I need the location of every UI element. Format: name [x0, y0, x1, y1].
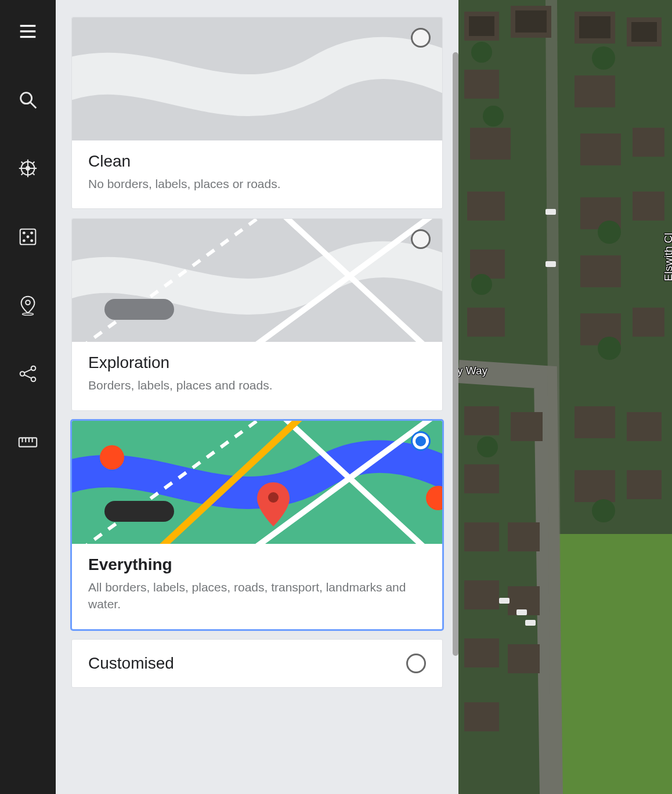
svg-rect-64: [464, 406, 499, 435]
svg-rect-63: [633, 308, 664, 337]
svg-line-4: [31, 103, 37, 109]
svg-rect-55: [633, 128, 664, 157]
style-card-exploration[interactable]: Exploration Borders, labels, places and …: [72, 219, 442, 410]
svg-point-92: [598, 337, 621, 360]
preview-label-pill: [104, 299, 174, 320]
style-card-body: Exploration Borders, labels, places and …: [72, 342, 442, 410]
svg-rect-81: [631, 22, 657, 42]
satellite-map[interactable]: Elswith Cl y Way: [458, 0, 672, 794]
preview-label-pill: [104, 501, 174, 522]
svg-rect-76: [508, 644, 540, 673]
style-card-clean[interactable]: Clean No borders, labels, places or road…: [72, 17, 442, 208]
svg-rect-85: [516, 609, 527, 615]
style-card-body: Clean No borders, labels, places or road…: [72, 140, 442, 208]
svg-point-22: [27, 236, 30, 239]
style-radio-customised[interactable]: [406, 654, 426, 673]
svg-line-13: [21, 174, 23, 175]
svg-rect-80: [579, 16, 610, 38]
style-card-everything[interactable]: Everything All borders, labels, places, …: [72, 421, 442, 629]
side-nav: [0, 0, 56, 794]
svg-line-30: [24, 369, 31, 373]
svg-point-23: [23, 239, 26, 242]
share-icon[interactable]: [16, 362, 39, 385]
svg-point-44: [268, 492, 279, 503]
svg-rect-78: [469, 16, 494, 36]
style-description: All borders, labels, places, roads, tran…: [88, 579, 426, 613]
svg-rect-83: [545, 261, 556, 267]
scrollbar-thumb[interactable]: [453, 52, 458, 656]
svg-rect-84: [499, 598, 510, 604]
wheel-icon[interactable]: [16, 157, 39, 180]
svg-point-3: [21, 93, 32, 104]
svg-point-6: [26, 167, 30, 170]
style-description: No borders, labels, places or roads.: [88, 175, 426, 192]
style-title: Clean: [88, 152, 426, 171]
svg-rect-70: [627, 470, 662, 499]
svg-rect-60: [580, 255, 621, 287]
street-label-way: y Way: [458, 364, 487, 377]
svg-rect-67: [627, 412, 662, 441]
dice-icon[interactable]: [16, 225, 39, 248]
svg-rect-72: [508, 522, 540, 551]
svg-point-89: [483, 106, 504, 127]
location-pin-icon[interactable]: [16, 294, 39, 317]
style-title: Exploration: [88, 353, 426, 372]
ruler-icon[interactable]: [16, 431, 39, 454]
svg-rect-82: [545, 209, 556, 215]
svg-point-90: [598, 221, 621, 244]
svg-rect-59: [470, 250, 505, 279]
svg-rect-53: [470, 128, 511, 160]
style-preview-everything: [72, 421, 442, 544]
preview-dot: [100, 445, 124, 470]
style-preview-exploration: [72, 219, 442, 342]
style-card-body: Everything All borders, labels, places, …: [72, 544, 442, 629]
svg-rect-69: [575, 470, 615, 502]
style-preview-clean: [72, 17, 442, 140]
map-style-panel: Clean No borders, labels, places or road…: [56, 0, 458, 794]
svg-rect-32: [19, 438, 37, 446]
svg-point-94: [592, 499, 615, 522]
svg-rect-77: [464, 702, 499, 731]
svg-point-26: [23, 313, 34, 315]
style-title: Everything: [88, 555, 426, 574]
svg-point-20: [23, 232, 26, 234]
style-card-body: Customised: [72, 640, 442, 687]
svg-rect-65: [511, 412, 543, 441]
svg-point-27: [31, 366, 36, 371]
svg-line-11: [21, 162, 23, 164]
style-radio-clean[interactable]: [411, 28, 431, 48]
style-card-customised[interactable]: Customised: [72, 640, 442, 687]
svg-rect-75: [464, 638, 499, 667]
svg-rect-68: [464, 464, 499, 493]
svg-point-91: [471, 274, 492, 295]
svg-line-12: [33, 174, 35, 175]
svg-rect-61: [467, 308, 505, 337]
svg-point-21: [30, 232, 33, 234]
street-label-elswith: Elswith Cl: [662, 233, 672, 281]
svg-point-87: [471, 42, 492, 63]
svg-point-29: [31, 377, 36, 382]
svg-line-14: [33, 162, 35, 164]
svg-rect-79: [515, 10, 547, 33]
menu-icon[interactable]: [16, 20, 39, 43]
svg-point-25: [26, 300, 30, 305]
svg-rect-58: [633, 192, 664, 221]
svg-point-28: [20, 371, 25, 376]
svg-rect-52: [575, 75, 615, 107]
style-radio-everything[interactable]: [411, 431, 431, 451]
svg-rect-54: [580, 133, 621, 165]
svg-point-93: [477, 436, 498, 457]
svg-rect-73: [464, 580, 499, 609]
svg-line-31: [24, 375, 31, 378]
svg-rect-86: [525, 620, 536, 626]
svg-point-24: [30, 239, 33, 242]
svg-rect-46: [545, 534, 672, 794]
svg-rect-56: [467, 192, 505, 221]
svg-rect-71: [464, 522, 499, 551]
style-description: Borders, labels, places and roads.: [88, 377, 426, 394]
search-icon[interactable]: [16, 88, 39, 111]
svg-point-88: [592, 46, 615, 70]
style-title: Customised: [88, 654, 174, 673]
svg-rect-66: [575, 406, 615, 438]
svg-rect-51: [464, 70, 499, 99]
